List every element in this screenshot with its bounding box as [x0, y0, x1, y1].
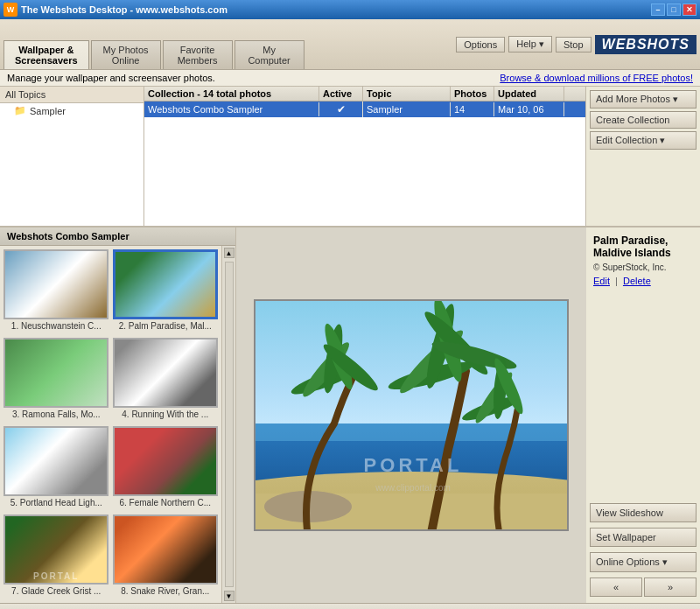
tab-favorite-members[interactable]: FavoriteMembers	[163, 40, 233, 69]
link-separator: |	[615, 276, 618, 286]
photo-cell-3[interactable]: 3. Ramona Falls, Mo...	[4, 338, 109, 423]
prev-photo-button[interactable]: «	[590, 578, 642, 597]
action-buttons: View Slideshow Set Wallpaper Online Opti…	[590, 503, 696, 599]
svg-text:PORTAL: PORTAL	[364, 454, 463, 476]
title-bar-text: The Webshots Desktop - www.webshots.com	[21, 4, 228, 15]
photo-right-panel: Palm Paradise,Maldive Islands © SuperSto…	[586, 228, 700, 603]
tab-wallpaper-screensavers[interactable]: Wallpaper &Screensavers	[4, 40, 89, 69]
topic-sampler[interactable]: 📁 Sampler	[0, 103, 144, 118]
strip-header: Webshots Combo Sampler	[0, 228, 235, 246]
topic-sampler-icon: 📁	[14, 105, 26, 116]
view-slideshow-button[interactable]: View Slideshow	[590, 503, 696, 522]
next-photo-button[interactable]: »	[644, 578, 696, 597]
topics-header: All Topics	[0, 87, 144, 103]
right-panel-top: Add More Photos ▾ Create Collection Edit…	[586, 87, 700, 226]
photo-thumb-6	[113, 426, 218, 496]
photo-thumb-7: PORTAL	[4, 514, 108, 584]
app-icon: W	[4, 3, 18, 17]
table-header: Collection - 14 total photos Active Topi…	[144, 87, 585, 102]
photo-nav-row: « »	[590, 578, 696, 599]
photo-cell-2[interactable]: 2. Palm Paradise, Mal...	[113, 249, 219, 334]
add-more-photos-button[interactable]: Add More Photos ▾	[590, 90, 696, 108]
row-name: Webshots Combo Sampler	[144, 102, 319, 116]
large-photo: PORTAL www.clipportal.com	[254, 299, 569, 531]
webshots-logo: WEBSHOTS	[595, 35, 696, 54]
row-photos: 14	[451, 102, 494, 116]
close-button[interactable]: ✕	[682, 4, 696, 16]
scroll-down[interactable]: ▼	[224, 591, 234, 601]
photo-info-box: Palm Paradise,Maldive Islands © SuperSto…	[590, 231, 696, 503]
tab-my-computer[interactable]: MyComputer	[234, 40, 304, 69]
photo-cell-8[interactable]: 8. Snake River, Gran...	[113, 514, 219, 599]
row-active: ✔	[319, 102, 363, 117]
photo-thumb-4	[113, 338, 218, 408]
photo-thumb-1	[4, 249, 108, 319]
photo-thumb-3	[4, 338, 108, 408]
set-wallpaper-button[interactable]: Set Wallpaper	[590, 528, 696, 547]
svg-text:www.clipportal.com: www.clipportal.com	[374, 483, 451, 493]
browse-link[interactable]: Browse & download millions of FREE photo…	[500, 73, 693, 83]
strip-title: Webshots Combo Sampler	[7, 231, 130, 242]
col-collection[interactable]: Collection - 14 total photos	[144, 87, 319, 101]
title-bar: W The Webshots Desktop - www.webshots.co…	[0, 0, 700, 19]
breadcrumb: Manage your wallpaper and screensaver ph…	[0, 70, 700, 87]
photo-thumb-5	[4, 426, 108, 496]
photo-strip: Webshots Combo Sampler 1. Neuschwanstein…	[0, 228, 236, 603]
col-topic[interactable]: Topic	[363, 87, 451, 101]
scroll-up[interactable]: ▲	[224, 248, 234, 258]
options-button[interactable]: Options	[456, 37, 505, 52]
photo-copyright: © SuperStock, Inc.	[593, 262, 693, 272]
nav-right-controls: Options Help ▾ Stop WEBSHOTS	[456, 23, 696, 69]
photo-label-2: 2. Palm Paradise, Mal...	[119, 321, 212, 331]
photo-label-8: 8. Snake River, Gran...	[121, 586, 209, 596]
nav-tabs: Wallpaper &Screensavers My PhotosOnline …	[4, 23, 304, 69]
edit-collection-button[interactable]: Edit Collection ▾	[590, 131, 696, 150]
photo-label-5: 5. Portland Head Ligh...	[10, 498, 102, 508]
col-photos[interactable]: Photos	[451, 87, 494, 101]
photo-thumb-2	[113, 249, 218, 319]
collection-section: Collection - 14 total photos Active Topi…	[144, 87, 586, 226]
tab-my-photos-online[interactable]: My PhotosOnline	[91, 40, 161, 69]
col-active[interactable]: Active	[319, 87, 363, 101]
bottom-section: Webshots Combo Sampler 1. Neuschwanstein…	[0, 227, 700, 603]
create-collection-button[interactable]: Create Collection	[590, 111, 696, 129]
scrollbar[interactable]: ▲ ▼	[221, 246, 235, 603]
photo-cell-4[interactable]: 4. Running With the ...	[113, 338, 219, 423]
nav-bar: Wallpaper &Screensavers My PhotosOnline …	[0, 19, 700, 70]
delete-link[interactable]: Delete	[623, 276, 651, 286]
svg-rect-2	[256, 424, 569, 441]
row-updated: Mar 10, 06	[494, 102, 564, 116]
photo-label-6: 6. Female Northern C...	[120, 498, 211, 508]
help-button[interactable]: Help ▾	[508, 36, 552, 52]
topics-panel: All Topics 📁 Sampler	[0, 87, 144, 226]
photo-cell-7[interactable]: PORTAL 7. Glade Creek Grist ...	[4, 514, 109, 599]
edit-link[interactable]: Edit	[593, 276, 610, 286]
photo-links: Edit | Delete	[593, 276, 693, 286]
maximize-button[interactable]: □	[667, 4, 681, 16]
watermark-7: PORTAL	[33, 571, 79, 581]
scroll-thumb[interactable]	[225, 262, 234, 587]
active-checkmark: ✔	[337, 103, 346, 116]
photo-label-3: 3. Ramona Falls, Mo...	[12, 410, 101, 419]
photo-cell-6[interactable]: 6. Female Northern C...	[113, 426, 219, 511]
photo-label-4: 4. Running With the ...	[122, 410, 208, 419]
photo-label-1: 1. Neuschwanstein C...	[11, 321, 102, 331]
status-bar: Ready ✉ Tell a friend about Webshots	[0, 603, 700, 609]
minimize-button[interactable]: –	[651, 4, 665, 16]
photo-grid: 1. Neuschwanstein C... 2. Palm Paradise,…	[0, 246, 221, 603]
photo-cell-5[interactable]: 5. Portland Head Ligh...	[4, 426, 109, 511]
breadcrumb-text: Manage your wallpaper and screensaver ph…	[7, 73, 215, 83]
collection-table: Collection - 14 total photos Active Topi…	[144, 87, 585, 226]
stop-button[interactable]: Stop	[556, 37, 592, 52]
photo-cell-1[interactable]: 1. Neuschwanstein C...	[4, 249, 109, 334]
topic-sampler-label: Sampler	[30, 106, 66, 116]
online-options-button[interactable]: Online Options ▾	[590, 552, 696, 572]
photo-thumb-8	[113, 514, 218, 584]
table-row[interactable]: Webshots Combo Sampler ✔ Sampler 14 Mar …	[144, 102, 585, 117]
row-topic: Sampler	[363, 102, 451, 116]
col-updated[interactable]: Updated	[494, 87, 564, 101]
photo-title: Palm Paradise,Maldive Islands	[593, 234, 693, 259]
large-photo-area: PORTAL www.clipportal.com	[236, 228, 586, 603]
photo-label-7: 7. Glade Creek Grist ...	[11, 586, 101, 596]
